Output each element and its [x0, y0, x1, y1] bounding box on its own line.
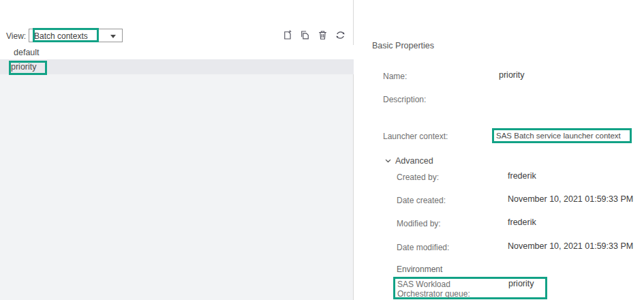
launcher-context-label: Launcher context: — [383, 132, 448, 141]
created-by-value: frederik — [508, 171, 536, 181]
context-list-item-priority[interactable]: priority — [0, 59, 354, 74]
advanced-section-label: Advanced — [395, 156, 433, 166]
refresh-icon — [335, 29, 346, 41]
annotation-highlight-launcher-context: SAS Batch service launcher context — [492, 128, 632, 143]
date-created-value: November 10, 2021 01:59:33 PM — [508, 194, 633, 204]
contexts-list-panel: View: Batch contexts — [0, 0, 354, 300]
date-created-label: Date created: — [397, 196, 446, 205]
new-context-button[interactable] — [281, 29, 293, 41]
advanced-section-toggle[interactable]: Advanced — [385, 156, 433, 166]
copy-context-button[interactable] — [299, 29, 311, 41]
chevron-down-icon — [110, 35, 116, 38]
delete-context-button[interactable] — [317, 29, 328, 41]
modified-by-label: Modified by: — [397, 219, 441, 228]
contexts-page: Contexts View: Batch contexts — [0, 0, 644, 300]
view-label: View: — [6, 31, 26, 41]
swo-queue-label-line1: SAS Workload — [397, 280, 450, 289]
annotation-highlight-swo-queue: SAS Workload Orchestrator queue: priorit… — [393, 277, 547, 299]
context-toolbar — [281, 29, 346, 41]
date-modified-label: Date modified: — [397, 243, 449, 252]
copy-icon — [299, 29, 311, 41]
swo-queue-label-line2: Orchestrator queue: — [397, 289, 470, 299]
basic-properties-header: Basic Properties — [372, 41, 434, 50]
chevron-down-icon — [385, 159, 391, 163]
modified-by-value: frederik — [508, 217, 536, 227]
view-dropdown[interactable]: Batch contexts — [29, 29, 123, 42]
context-item-label: priority — [11, 62, 37, 72]
swo-queue-value: priority — [508, 279, 534, 288]
context-list-item-default[interactable]: default — [0, 45, 354, 59]
context-item-label: default — [14, 48, 40, 57]
new-context-icon — [281, 29, 293, 41]
trash-icon — [317, 29, 328, 41]
properties-panel: Basic Properties Name: priority Descript… — [354, 0, 644, 300]
environment-section-label: Environment — [397, 265, 442, 274]
list-empty-area — [0, 74, 353, 300]
created-by-label: Created by: — [397, 172, 439, 182]
date-modified-value: November 10, 2021 01:59:33 PM — [508, 241, 633, 251]
refresh-button[interactable] — [335, 29, 346, 41]
view-dropdown-value: Batch contexts — [34, 31, 88, 41]
launcher-context-value: SAS Batch service launcher context — [494, 132, 621, 140]
name-value: priority — [499, 70, 525, 80]
description-label: Description: — [383, 95, 426, 104]
name-label: Name: — [383, 72, 407, 81]
